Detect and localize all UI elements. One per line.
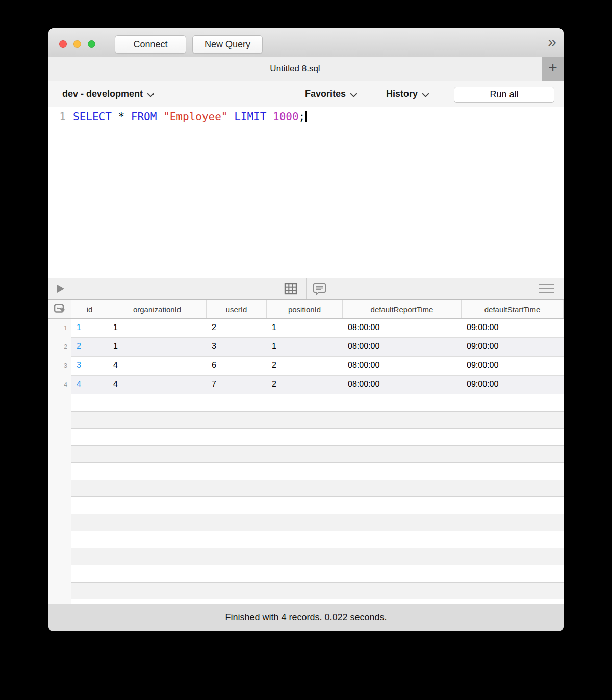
connection-dropdown-label: dev - development <box>62 89 143 99</box>
table-row[interactable]: 213108:00:0009:00:00 <box>71 338 564 357</box>
sql-token-plain: ; <box>299 111 305 123</box>
cell-defaultStartTime[interactable]: 09:00:00 <box>462 376 564 394</box>
empty-row <box>71 463 564 480</box>
results-toolbar <box>48 278 564 300</box>
column-header-positionId[interactable]: positionId <box>267 300 343 318</box>
sql-token-plain <box>124 111 131 123</box>
sql-token-number: 1000 <box>273 111 299 123</box>
column-header-organizationId[interactable]: organizationId <box>108 300 207 318</box>
cell-userId[interactable]: 7 <box>207 376 267 394</box>
sql-token-plain <box>112 111 118 123</box>
empty-row <box>71 565 564 583</box>
cell-positionId[interactable]: 2 <box>267 376 343 394</box>
row-number[interactable]: 2 <box>48 338 71 357</box>
table-row[interactable]: 346208:00:0009:00:00 <box>71 357 564 376</box>
column-header-userId[interactable]: userId <box>207 300 267 318</box>
cell-userId[interactable]: 3 <box>207 338 267 356</box>
editor-line[interactable]: 1 SELECT * FROM "Employee" LIMIT 1000; <box>48 110 564 124</box>
empty-row <box>71 412 564 429</box>
sql-token-plain <box>157 111 163 123</box>
status-message: Finished with 4 records. 0.022 seconds. <box>225 612 387 623</box>
run-all-button[interactable]: Run all <box>454 87 554 103</box>
cell-defaultReportTime[interactable]: 08:00:00 <box>343 319 462 337</box>
chevron-down-icon <box>350 89 357 100</box>
empty-row <box>71 446 564 463</box>
table-row[interactable]: 447208:00:0009:00:00 <box>71 376 564 394</box>
empty-row <box>71 531 564 548</box>
run-query-icon[interactable] <box>57 285 64 293</box>
messages-view-icon[interactable] <box>313 283 326 298</box>
sql-token-keyword: LIMIT <box>234 111 266 123</box>
cell-defaultStartTime[interactable]: 09:00:00 <box>462 319 564 337</box>
close-window-button[interactable] <box>59 40 67 48</box>
empty-row <box>71 497 564 514</box>
grid-view-icon[interactable] <box>284 283 297 297</box>
results-body: 1234 112108:00:0009:00:00213108:00:0009:… <box>48 319 564 604</box>
new-query-button[interactable]: New Query <box>192 35 263 54</box>
chevron-down-icon <box>147 89 154 100</box>
sql-token-keyword: FROM <box>131 111 157 123</box>
sql-token-plain <box>266 111 273 123</box>
cell-organizationId[interactable]: 1 <box>108 338 207 356</box>
sql-editor[interactable]: 1 SELECT * FROM "Employee" LIMIT 1000; <box>48 107 564 278</box>
cell-id[interactable]: 2 <box>71 338 108 356</box>
results-header-row: idorganizationIduserIdpositionIddefaultR… <box>48 300 564 319</box>
cell-positionId[interactable]: 1 <box>267 338 343 356</box>
sql-token-keyword: SELECT <box>73 111 112 123</box>
cell-organizationId[interactable]: 4 <box>108 357 207 375</box>
separator <box>306 278 307 299</box>
favorites-dropdown-label: Favorites <box>305 89 346 99</box>
column-header-defaultStartTime[interactable]: defaultStartTime <box>462 300 564 318</box>
toolbar-overflow-icon[interactable]: » <box>548 33 555 51</box>
cell-defaultStartTime[interactable]: 09:00:00 <box>462 338 564 356</box>
status-bar: Finished with 4 records. 0.022 seconds. <box>48 604 564 631</box>
cell-organizationId[interactable]: 1 <box>108 319 207 337</box>
favorites-dropdown[interactable]: Favorites <box>305 81 357 107</box>
cell-positionId[interactable]: 1 <box>267 319 343 337</box>
empty-row <box>71 583 564 600</box>
history-dropdown[interactable]: History <box>386 81 429 107</box>
query-toolbar: dev - development Favorites History Run … <box>48 81 564 107</box>
title-bar[interactable]: Connect New Query » <box>48 28 564 57</box>
cell-defaultReportTime[interactable]: 08:00:00 <box>343 357 462 375</box>
sql-token-plain <box>228 111 235 123</box>
cell-userId[interactable]: 6 <box>207 357 267 375</box>
traffic-lights <box>59 40 95 48</box>
select-all-corner[interactable] <box>48 300 71 318</box>
tab-title: Untitled 8.sql <box>270 64 320 74</box>
cell-id[interactable]: 4 <box>71 376 108 394</box>
sidebar-menu-icon[interactable] <box>539 284 554 296</box>
zoom-window-button[interactable] <box>88 40 95 48</box>
new-tab-button[interactable]: + <box>542 57 564 81</box>
connect-button[interactable]: Connect <box>115 35 186 54</box>
text-cursor <box>305 111 307 122</box>
cell-organizationId[interactable]: 4 <box>108 376 207 394</box>
column-header-id[interactable]: id <box>71 300 108 318</box>
tab-bar: Untitled 8.sql + <box>48 57 564 81</box>
table-row[interactable]: 112108:00:0009:00:00 <box>71 319 564 338</box>
row-number[interactable]: 4 <box>48 376 71 394</box>
connection-dropdown[interactable]: dev - development <box>62 81 154 107</box>
cell-userId[interactable]: 2 <box>207 319 267 337</box>
minimize-window-button[interactable] <box>73 40 81 48</box>
empty-row <box>71 480 564 497</box>
cell-id[interactable]: 3 <box>71 357 108 375</box>
cell-id[interactable]: 1 <box>71 319 108 337</box>
row-number-gutter: 1234 <box>48 319 71 604</box>
row-number[interactable]: 1 <box>48 319 71 338</box>
line-number: 1 <box>48 110 66 124</box>
separator <box>279 278 279 299</box>
cell-defaultReportTime[interactable]: 08:00:00 <box>343 338 462 356</box>
empty-row <box>71 599 564 604</box>
cell-defaultStartTime[interactable]: 09:00:00 <box>462 357 564 375</box>
empty-row <box>71 429 564 446</box>
cell-positionId[interactable]: 2 <box>267 357 343 375</box>
cell-defaultReportTime[interactable]: 08:00:00 <box>343 376 462 394</box>
sql-code[interactable]: SELECT * FROM "Employee" LIMIT 1000; <box>73 110 307 124</box>
tab-untitled-8[interactable]: Untitled 8.sql <box>48 57 542 81</box>
row-number[interactable]: 3 <box>48 357 71 376</box>
column-header-defaultReportTime[interactable]: defaultReportTime <box>343 300 462 318</box>
results-rows: 112108:00:0009:00:00213108:00:0009:00:00… <box>71 319 564 604</box>
empty-row <box>71 548 564 566</box>
sql-token-plain: * <box>118 111 125 123</box>
